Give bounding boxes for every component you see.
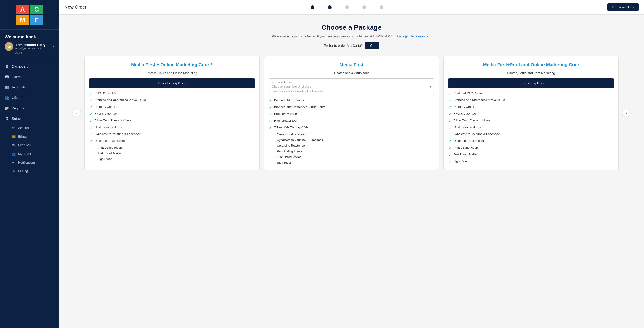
- step-line-3: [349, 7, 362, 7]
- sidebar-item-label: Projects: [12, 106, 54, 110]
- feature-item: ✓ Zillow Walk Through Video: [269, 126, 434, 130]
- step-line-4: [366, 7, 380, 7]
- sidebar-item-setup[interactable]: ⚙ Setup ▴: [0, 113, 59, 124]
- check-icon: ✓: [269, 119, 272, 123]
- check-icon: ✓: [448, 139, 451, 144]
- sidebar-sub-label: Notifications: [18, 161, 36, 164]
- page-title: New Order: [64, 4, 86, 10]
- feature-item: ✓ Print and MLS Photos: [448, 91, 614, 96]
- feature-item: Print Listing Flyers: [89, 146, 255, 149]
- feature-item: ✓ Sign Rider: [448, 159, 614, 164]
- ala-carte-row: Prefer to order Ala Carte? Go: [73, 42, 630, 49]
- accounts-icon: 🏢: [4, 85, 9, 89]
- step-5: [380, 5, 383, 9]
- check-icon: ✓: [89, 112, 92, 116]
- check-icon: ✓: [448, 146, 451, 150]
- check-icon: ✓: [448, 153, 451, 157]
- feature-item: ✓ PHOTOS ONLY: [89, 91, 255, 96]
- check-icon: ✓: [269, 105, 272, 110]
- package-desc-3: Photos, Tours and Print Marketing: [448, 71, 614, 75]
- check-icon: ✓: [89, 92, 92, 96]
- check-icon: ✓: [448, 105, 451, 110]
- photos-select-row: Choose a number of photos ▾: [272, 85, 432, 88]
- sidebar-sub-label: Account: [18, 126, 30, 130]
- feature-item: ✓ Branded and Unbranded Virtual Tours: [448, 98, 614, 103]
- sidebar-item-billing[interactable]: 💳 Billing: [0, 132, 59, 141]
- feature-item: ✓ Upload to Realtor.com: [89, 139, 255, 144]
- steps-indicator: [311, 5, 383, 9]
- feature-item: ✓ Property website: [89, 105, 255, 110]
- feature-item: ✓ Upload to Realtor.com: [448, 139, 614, 144]
- check-icon: ✓: [448, 132, 451, 137]
- package-card-3: Media First+Print and Online Marketing C…: [444, 56, 618, 170]
- go-button[interactable]: Go: [365, 42, 379, 49]
- sidebar-sub-label: Features: [18, 143, 31, 147]
- check-icon: ✓: [269, 99, 272, 103]
- package-desc-1: Photos, Tours and Online Marketing: [89, 71, 255, 75]
- sidebar-nav: ⊞ Dashboard 📅 Calendar 🏢 Accounts 👥 Clie…: [0, 59, 59, 328]
- choose-package-title: Choose a Package: [73, 23, 630, 31]
- feature-item: ✓ Custom web address: [89, 125, 255, 130]
- user-info[interactable]: AB Administrator Barry email@example.com…: [4, 42, 54, 51]
- calendar-icon: 📅: [4, 74, 9, 79]
- content-area: Choose a Package Please select a package…: [59, 14, 644, 328]
- welcome-text: Welcome back,: [4, 34, 54, 39]
- sidebar-item-dashboard[interactable]: ⊞ Dashboard: [0, 61, 59, 71]
- package-card-2: Media First Photos and a virtual tour Nu…: [264, 56, 439, 170]
- previous-step-button[interactable]: Previous Step: [608, 3, 638, 11]
- main-content: New Order Previous Step Choose a Package…: [59, 0, 644, 328]
- sidebar-item-notifications[interactable]: ✉ Notifications: [0, 158, 59, 167]
- check-icon: ✓: [89, 105, 92, 110]
- feature-item: ✓ Branded and Unbranded Virtual Tours: [269, 105, 434, 110]
- sidebar-item-accounts[interactable]: 🏢 Accounts: [0, 82, 59, 92]
- feature-item: Print Listing Flyers: [269, 149, 434, 153]
- contact-email-link[interactable]: barry@gofullframe.com: [398, 34, 430, 38]
- feature-item: ✓ Custom web address: [448, 125, 614, 130]
- check-icon: ✓: [448, 92, 451, 96]
- photos-select-value: Choose a number of photos: [272, 85, 311, 88]
- setup-icon: ⚙: [4, 116, 9, 121]
- package-name-3: Media First+Print and Online Marketing C…: [448, 62, 614, 68]
- photos-select-label: Number of Photos: [272, 81, 432, 84]
- dashboard-icon: ⊞: [4, 64, 9, 68]
- feature-item: ✓ Syndicate to Youtube & Facebook: [448, 132, 614, 137]
- sidebar-item-projects[interactable]: 📁 Projects: [0, 103, 59, 113]
- sidebar-sub-label: Billing: [18, 135, 26, 138]
- sidebar-item-features[interactable]: 👁 Features: [0, 141, 59, 149]
- user-role: Admin: [4, 51, 54, 54]
- ala-carte-text: Prefer to order Ala Carte?: [324, 43, 363, 47]
- step-line-2: [332, 7, 345, 7]
- sidebar-item-myteam[interactable]: 👥 My Team: [0, 149, 59, 158]
- pricing-icon: $: [12, 169, 16, 173]
- myteam-icon: 👥: [12, 152, 16, 156]
- sidebar: A C M E Welcome back, AB Administrator B…: [0, 0, 59, 328]
- sidebar-item-label: Accounts: [12, 85, 54, 89]
- header: New Order Previous Step: [59, 0, 644, 14]
- feature-item: ✓ Flyer creator tool: [269, 119, 434, 123]
- avatar: AB: [4, 42, 13, 51]
- feature-item: ✓ Property website: [448, 105, 614, 110]
- feature-item: Sign Rider: [269, 161, 434, 164]
- photos-selector[interactable]: Number of Photos Choose a number of phot…: [269, 78, 434, 95]
- sidebar-item-calendar[interactable]: 📅 Calendar: [0, 71, 59, 82]
- prev-package-arrow[interactable]: ‹: [73, 109, 81, 117]
- welcome-section: Welcome back, AB Administrator Barry ema…: [0, 30, 59, 59]
- package-cta-3[interactable]: Enter Listing Price: [448, 78, 614, 88]
- check-icon: ✓: [89, 126, 92, 130]
- feature-item: ✓ Zillow Walk Through Video: [89, 119, 255, 123]
- sidebar-item-pricing[interactable]: $ Pricing: [0, 167, 59, 175]
- step-2: [328, 5, 332, 9]
- next-package-arrow[interactable]: ›: [622, 109, 630, 117]
- check-icon: ✓: [448, 112, 451, 116]
- feature-item: Sign Rider: [89, 157, 255, 161]
- step-line-1: [314, 7, 328, 7]
- package-name-1: Media First + Online Marketing Core 2: [89, 62, 255, 68]
- sidebar-item-label: Calendar: [12, 75, 54, 79]
- features-icon: 👁: [12, 143, 16, 147]
- feature-item: Just Listed Mailer: [89, 152, 255, 155]
- sidebar-item-account[interactable]: ✏ Account: [0, 124, 59, 132]
- check-icon: ✓: [448, 119, 451, 123]
- package-cta-1[interactable]: Enter Listing Price: [89, 78, 255, 88]
- sidebar-item-clients[interactable]: 👥 Clients: [0, 92, 59, 103]
- feature-item: Just Listed Mailer: [269, 155, 434, 159]
